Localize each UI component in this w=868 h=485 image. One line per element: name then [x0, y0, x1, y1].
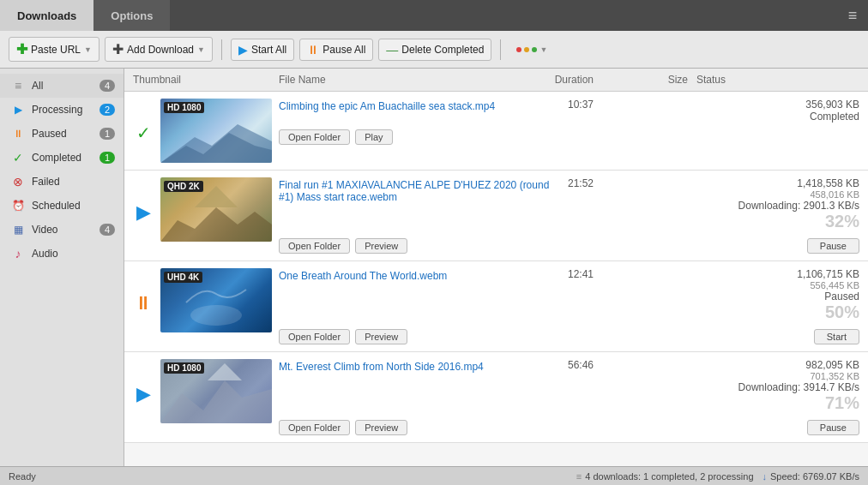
row-buttons-3: Open Folder Preview Start — [279, 329, 859, 344]
dot-orange — [524, 47, 529, 52]
processing-icon: ▶ — [11, 103, 25, 117]
downloads-list-icon: ≡ — [576, 471, 582, 482]
size-4: 982,095 KB — [805, 359, 859, 371]
pause-btn-2[interactable]: Pause — [807, 238, 859, 254]
open-folder-btn-2[interactable]: Open Folder — [279, 238, 350, 254]
sidebar-item-all[interactable]: ≡ All 4 — [0, 74, 124, 98]
row-info-3: One Breath Around The World.webm 12:41 1… — [279, 268, 859, 344]
toolbar: ✚ Paste URL ▼ ✚ Add Download ▼ ▶ Start A… — [0, 31, 868, 69]
main-area: ≡ All 4 ▶ Processing 2 ⏸ Paused 1 ✓ Comp… — [0, 69, 868, 466]
preview-btn-3[interactable]: Preview — [355, 329, 407, 344]
preview-btn-4[interactable]: Preview — [355, 420, 407, 435]
video-icon: ▦ — [11, 223, 25, 237]
pause-icon: ⏸ — [307, 43, 319, 57]
sidebar-item-completed[interactable]: ✓ Completed 1 — [0, 146, 124, 170]
size-status-2: 1,418,558 KB 458,016 KB Downloading: 290… — [602, 177, 859, 231]
size2-2: 458,016 KB — [811, 189, 860, 200]
all-icon: ≡ — [11, 79, 25, 93]
more-options-button[interactable]: ▼ — [509, 42, 554, 57]
quality-badge-2: QHD 2K — [164, 181, 203, 192]
hamburger-button[interactable]: ≡ — [837, 0, 868, 31]
status-bar: Ready ≡ 4 downloads: 1 completed, 2 proc… — [0, 466, 868, 485]
status-text-3: Paused — [824, 290, 859, 302]
preview-btn-2[interactable]: Preview — [355, 238, 407, 254]
duration-3: 12:41 — [551, 268, 602, 280]
thumbnail-2: QHD 2K — [160, 177, 272, 242]
size-status-3: 1,106,715 KB 556,445 KB Paused 50% — [602, 268, 859, 322]
start-all-button[interactable]: ▶ Start All — [231, 39, 294, 61]
row-info-4: Mt. Everest Climb from North Side 2016.m… — [279, 359, 859, 435]
row-status-icon-4: ▶ — [133, 359, 154, 405]
scheduled-icon: ⏰ — [11, 199, 25, 213]
sidebar-item-failed[interactable]: ⊗ Failed — [0, 170, 124, 194]
speed-info: ↓ Speed: 6769.07 KB/s — [763, 471, 859, 482]
start-btn-3[interactable]: Start — [814, 329, 859, 344]
duration-2: 21:52 — [551, 177, 602, 189]
row-top-1: Climbing the epic Am Buachaille sea stac… — [279, 99, 859, 123]
row-status-icon-1: ✓ — [133, 99, 154, 143]
title-spacer — [170, 0, 837, 31]
sidebar-item-processing[interactable]: ▶ Processing 2 — [0, 98, 124, 122]
col-header-thumbnail: Thumbnail — [133, 74, 279, 86]
paste-icon: ✚ — [16, 41, 27, 57]
row-info-2: Final run #1 MAXIAVALANCHE ALPE D'HUEZ 2… — [279, 177, 859, 254]
row-top-4: Mt. Everest Climb from North Side 2016.m… — [279, 359, 859, 413]
row-buttons-1: Open Folder Play — [279, 129, 859, 145]
paste-url-chevron: ▼ — [84, 45, 92, 54]
tab-downloads[interactable]: Downloads — [0, 0, 93, 31]
col-header-duration: Duration — [542, 74, 602, 86]
paused-icon-3: ⏸ — [134, 292, 153, 314]
sidebar-item-scheduled[interactable]: ⏰ Scheduled — [0, 194, 124, 218]
add-icon: ✚ — [112, 41, 124, 57]
size-status-1: 356,903 KB Completed — [602, 99, 859, 123]
filename-2: Final run #1 MAXIAVALANCHE ALPE D'HUEZ 2… — [279, 179, 551, 203]
filename-3: One Breath Around The World.webm — [279, 270, 551, 282]
downloading-icon-4: ▶ — [136, 383, 151, 405]
divider-2 — [500, 39, 501, 60]
tab-options[interactable]: Options — [93, 0, 170, 31]
sidebar-item-video[interactable]: ▦ Video 4 — [0, 218, 124, 242]
play-icon: ▶ — [238, 43, 248, 57]
open-folder-btn-4[interactable]: Open Folder — [279, 420, 350, 435]
open-folder-btn-3[interactable]: Open Folder — [279, 329, 350, 344]
svg-marker-3 — [160, 207, 272, 242]
delete-completed-button[interactable]: — Delete Completed — [378, 39, 491, 61]
table-row: ⏸ UHD 4K One Breath Around The World.web… — [124, 261, 868, 352]
completed-check-icon: ✓ — [136, 123, 151, 143]
col-header-filename: File Name — [279, 74, 542, 86]
thumbnail-1: HD 1080 — [160, 99, 272, 163]
table-row: ▶ QHD 2K Final run #1 MAXIAVALANCHE ALPE… — [124, 171, 868, 261]
quality-badge-4: HD 1080 — [164, 362, 204, 374]
size-2: 1,418,558 KB — [797, 177, 859, 189]
row-info-1: Climbing the epic Am Buachaille sea stac… — [279, 99, 859, 145]
open-folder-btn-1[interactable]: Open Folder — [279, 129, 350, 145]
percent-2: 32% — [825, 212, 859, 231]
size-1: 356,903 KB — [805, 99, 859, 111]
pause-btn-4[interactable]: Pause — [807, 420, 859, 435]
table-row: ✓ HD 1080 Climbing the epic Am Bua — [124, 92, 868, 171]
add-download-button[interactable]: ✚ Add Download ▼ — [105, 37, 213, 62]
duration-1: 10:37 — [551, 99, 602, 111]
pause-all-button[interactable]: ⏸ Pause All — [299, 39, 373, 61]
sidebar-item-paused[interactable]: ⏸ Paused 1 — [0, 122, 124, 146]
dots-chevron: ▼ — [539, 45, 547, 54]
failed-icon: ⊗ — [11, 175, 25, 189]
size2-3: 556,445 KB — [811, 280, 860, 290]
speed-icon: ↓ — [763, 471, 768, 482]
svg-marker-6 — [160, 380, 272, 423]
row-buttons-2: Open Folder Preview Pause — [279, 238, 859, 254]
divider-1 — [221, 39, 222, 60]
row-top-3: One Breath Around The World.webm 12:41 1… — [279, 268, 859, 322]
dot-green — [532, 47, 537, 52]
percent-4: 71% — [825, 393, 859, 413]
downloading-icon-2: ▶ — [136, 201, 151, 224]
row-status-icon-3: ⏸ — [133, 268, 154, 314]
row-top-2: Final run #1 MAXIAVALANCHE ALPE D'HUEZ 2… — [279, 177, 859, 231]
sidebar-item-audio[interactable]: ♪ Audio — [0, 242, 124, 266]
filename-4: Mt. Everest Climb from North Side 2016.m… — [279, 361, 551, 373]
size-3: 1,106,715 KB — [797, 268, 859, 280]
duration-4: 56:46 — [551, 359, 602, 371]
paste-url-button[interactable]: ✚ Paste URL ▼ — [9, 37, 99, 62]
play-btn-1[interactable]: Play — [355, 129, 392, 145]
filename-1: Climbing the epic Am Buachaille sea stac… — [279, 100, 551, 112]
